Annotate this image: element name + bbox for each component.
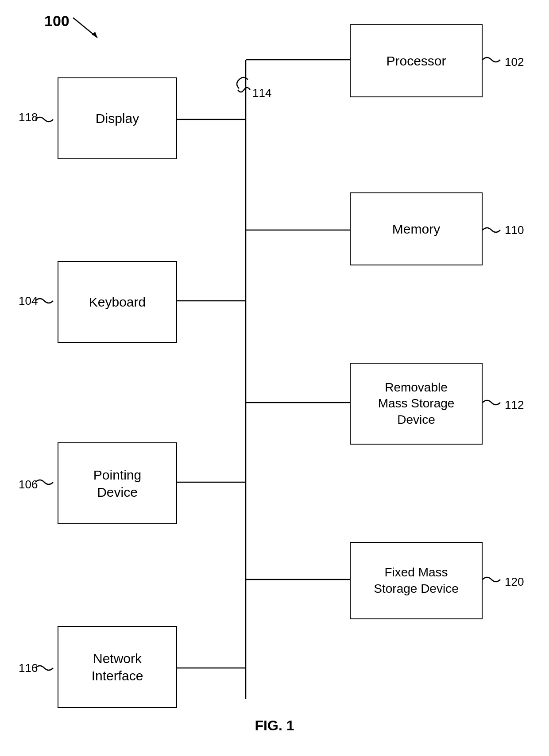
keyboard-ref: 104: [19, 294, 38, 308]
bus-squiggle: [235, 83, 255, 96]
pointing-device-ref: 106: [19, 478, 38, 491]
fixed-storage-box: Fixed Mass Storage Device: [350, 542, 483, 619]
network-interface-ref: 116: [19, 661, 38, 675]
diagram: 100 114 Processor 102 Memory 110 Removab…: [0, 0, 549, 756]
svg-marker-10: [92, 32, 97, 38]
bus-label: 114: [252, 86, 271, 100]
processor-ref: 102: [505, 55, 524, 69]
keyboard-box: Keyboard: [58, 261, 177, 343]
figure-label: FIG. 1: [0, 718, 549, 734]
removable-storage-ref: 112: [505, 398, 524, 412]
main-ref-label: 100: [44, 12, 70, 30]
processor-box: Processor: [350, 24, 483, 97]
memory-ref: 110: [505, 223, 524, 237]
pointing-device-box: Pointing Device: [58, 442, 177, 524]
main-ref-arrow: [69, 13, 104, 40]
display-box: Display: [58, 77, 177, 159]
fixed-storage-ref: 120: [505, 575, 524, 589]
display-ref: 118: [19, 111, 38, 124]
network-interface-box: Network Interface: [58, 626, 177, 708]
memory-box: Memory: [350, 192, 483, 265]
removable-storage-box: Removable Mass Storage Device: [350, 363, 483, 445]
